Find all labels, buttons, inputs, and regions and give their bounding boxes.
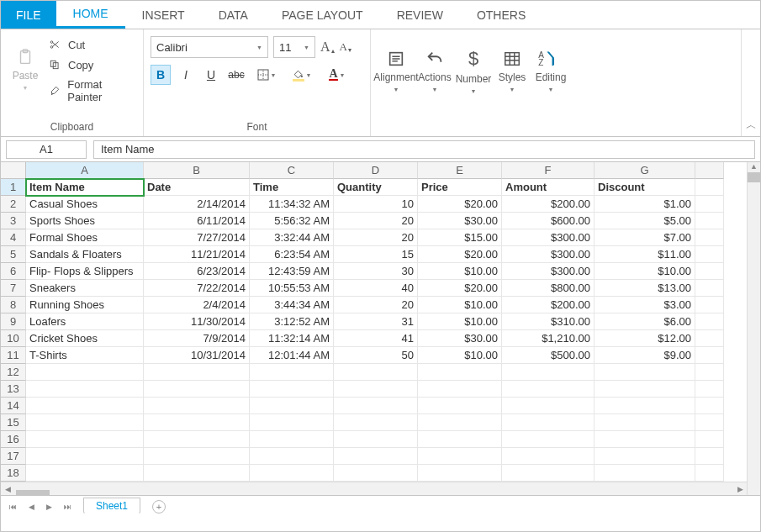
cell[interactable]: $5.00: [595, 213, 695, 229]
row-header[interactable]: 15: [1, 414, 26, 431]
tab-data[interactable]: DATA: [202, 1, 265, 29]
horizontal-scrollbar[interactable]: ◀ ▶: [1, 482, 747, 495]
cell[interactable]: 11/21/2014: [144, 246, 250, 263]
cell[interactable]: 10: [334, 196, 418, 213]
cell[interactable]: 20: [334, 213, 418, 229]
cell[interactable]: [418, 448, 502, 465]
cell[interactable]: $3.00: [595, 297, 695, 313]
row-header[interactable]: 11: [1, 347, 26, 364]
cell[interactable]: [695, 381, 724, 398]
cell[interactable]: [502, 465, 595, 482]
tab-review[interactable]: REVIEW: [380, 1, 460, 29]
cell[interactable]: 10:55:53 AM: [250, 280, 334, 297]
cell[interactable]: [695, 213, 724, 229]
row-header[interactable]: 18: [1, 465, 26, 482]
vertical-scrollbar[interactable]: ▲: [747, 162, 760, 495]
cell[interactable]: [695, 431, 724, 448]
cell[interactable]: $1,210.00: [502, 330, 595, 347]
cell[interactable]: Time: [250, 179, 334, 196]
cell[interactable]: [418, 414, 502, 431]
cell[interactable]: [695, 196, 724, 213]
col-header[interactable]: C: [250, 162, 334, 179]
name-box[interactable]: A1: [6, 140, 87, 159]
cell[interactable]: 11:34:32 AM: [250, 196, 334, 213]
cell[interactable]: [26, 364, 144, 381]
select-all-corner[interactable]: [1, 162, 26, 179]
cell[interactable]: 6:23:54 AM: [250, 246, 334, 263]
cell[interactable]: [418, 398, 502, 414]
cell[interactable]: [334, 364, 418, 381]
cell[interactable]: [695, 313, 724, 330]
cell[interactable]: Running Shoes: [26, 297, 144, 313]
cell[interactable]: [418, 431, 502, 448]
row-header[interactable]: 16: [1, 431, 26, 448]
cell[interactable]: $10.00: [418, 313, 502, 330]
tab-others[interactable]: OTHERS: [460, 1, 542, 29]
cell[interactable]: [26, 381, 144, 398]
cell[interactable]: $30.00: [418, 213, 502, 229]
col-header[interactable]: E: [418, 162, 502, 179]
cell[interactable]: Discount: [595, 179, 695, 196]
cell[interactable]: [595, 431, 695, 448]
cell[interactable]: [250, 448, 334, 465]
cell[interactable]: [144, 398, 250, 414]
cell[interactable]: 2/14/2014: [144, 196, 250, 213]
cell[interactable]: $310.00: [502, 313, 595, 330]
cell[interactable]: $600.00: [502, 213, 595, 229]
cell[interactable]: $200.00: [502, 297, 595, 313]
tab-insert[interactable]: INSERT: [125, 1, 202, 29]
row-header[interactable]: 6: [1, 263, 26, 280]
cell[interactable]: 40: [334, 280, 418, 297]
cell[interactable]: [695, 229, 724, 246]
cell[interactable]: $10.00: [418, 347, 502, 364]
cell[interactable]: [144, 381, 250, 398]
cell[interactable]: $1.00: [595, 196, 695, 213]
cell[interactable]: [26, 398, 144, 414]
cell[interactable]: 12:01:44 AM: [250, 347, 334, 364]
formula-bar[interactable]: Item Name: [93, 140, 755, 159]
sheet-nav-prev[interactable]: ◀: [29, 503, 34, 511]
cell[interactable]: 11:32:14 AM: [250, 330, 334, 347]
scroll-up-icon[interactable]: ▲: [748, 162, 760, 171]
cell[interactable]: Cricket Shoes: [26, 330, 144, 347]
cell[interactable]: [418, 465, 502, 482]
cell[interactable]: [334, 414, 418, 431]
cell[interactable]: [26, 465, 144, 482]
cell[interactable]: [595, 448, 695, 465]
cell[interactable]: 30: [334, 263, 418, 280]
cell-active[interactable]: Item Name: [26, 179, 144, 196]
row-header[interactable]: 1: [1, 179, 26, 196]
cell[interactable]: [334, 465, 418, 482]
cell[interactable]: [26, 414, 144, 431]
cell[interactable]: [695, 263, 724, 280]
cell[interactable]: [502, 364, 595, 381]
format-painter-button[interactable]: Format Painter: [48, 78, 136, 103]
cell[interactable]: $7.00: [595, 229, 695, 246]
cell[interactable]: $20.00: [418, 280, 502, 297]
cell[interactable]: Flip- Flops & Slippers: [26, 263, 144, 280]
cell[interactable]: 7/27/2014: [144, 229, 250, 246]
cell[interactable]: 50: [334, 347, 418, 364]
cell[interactable]: 3:44:34 AM: [250, 297, 334, 313]
paste-button[interactable]: Paste ▼: [8, 33, 43, 105]
row-header[interactable]: 14: [1, 398, 26, 414]
cell[interactable]: [418, 364, 502, 381]
shrink-font-button[interactable]: A▾: [340, 40, 351, 54]
cell[interactable]: 31: [334, 313, 418, 330]
cell[interactable]: [144, 414, 250, 431]
cell[interactable]: [144, 465, 250, 482]
cell[interactable]: $300.00: [502, 246, 595, 263]
cell[interactable]: Loafers: [26, 313, 144, 330]
cell[interactable]: [695, 347, 724, 364]
cut-button[interactable]: Cut: [48, 38, 136, 51]
vscroll-thumb[interactable]: [748, 172, 760, 182]
cell[interactable]: Sneakers: [26, 280, 144, 297]
cell[interactable]: $12.00: [595, 330, 695, 347]
cell[interactable]: T-Shirts: [26, 347, 144, 364]
cell[interactable]: $6.00: [595, 313, 695, 330]
cell[interactable]: $20.00: [418, 196, 502, 213]
cell[interactable]: [502, 414, 595, 431]
cell[interactable]: $10.00: [418, 297, 502, 313]
cell[interactable]: [26, 448, 144, 465]
bold-button[interactable]: B: [151, 65, 171, 85]
